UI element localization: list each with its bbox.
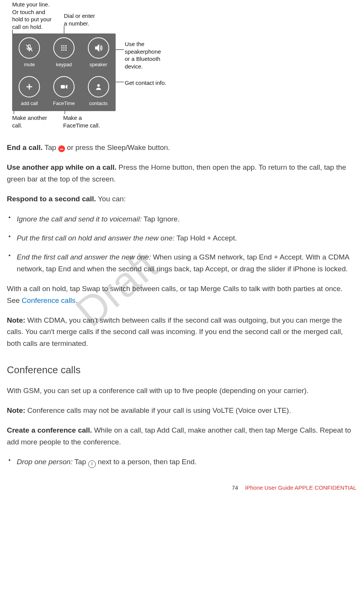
- speaker-button[interactable]: speaker: [81, 33, 116, 72]
- svg-marker-12: [95, 45, 99, 51]
- svg-rect-15: [61, 85, 65, 88]
- video-icon: [53, 76, 75, 97]
- svg-point-4: [63, 45, 65, 46]
- contacts-label: contacts: [89, 100, 107, 108]
- svg-point-8: [65, 47, 67, 49]
- callout-facetime: Make a FaceTime call.: [63, 114, 109, 129]
- person-icon: [88, 76, 109, 97]
- footer-text: iPhone User Guide APPLE CONFIDENTIAL: [245, 484, 356, 491]
- use-another-app-paragraph: Use another app while on a call. Press t…: [7, 162, 356, 185]
- end-call-icon: [58, 145, 65, 152]
- facetime-label: FaceTime: [53, 100, 75, 108]
- conference-intro-paragraph: With GSM, you can set up a conference ca…: [7, 385, 356, 396]
- svg-point-17: [97, 84, 100, 87]
- callout-mute: Mute your line. Or touch and hold to put…: [12, 1, 62, 30]
- respond-second-call-paragraph: Respond to a second call. You can:: [7, 193, 356, 205]
- svg-point-3: [61, 45, 63, 46]
- callout-keypad: Dial or enter a number.: [64, 12, 110, 27]
- conference-calls-link[interactable]: Conference calls: [22, 296, 76, 304]
- callout-contacts: Get contact info.: [125, 79, 178, 87]
- facetime-button[interactable]: FaceTime: [47, 72, 81, 111]
- svg-point-11: [65, 49, 67, 51]
- respond-options-list: Ignore the call and send it to voicemail…: [7, 213, 356, 275]
- conference-calls-heading: Conference calls: [7, 362, 356, 378]
- callout-speaker: Use the speakerphone or a Bluetooth devi…: [125, 40, 170, 70]
- mute-label: mute: [24, 61, 35, 69]
- addcall-button[interactable]: add call: [12, 72, 47, 111]
- addcall-label: add call: [21, 100, 38, 108]
- keypad-button[interactable]: keypad: [47, 33, 81, 72]
- page-content: Draft Mute your line. Or touch and hold …: [7, 0, 356, 492]
- create-conference-paragraph: Create a conference call. While on a cal…: [7, 425, 356, 448]
- page-number: 74: [232, 484, 238, 491]
- svg-point-5: [65, 45, 67, 46]
- svg-point-7: [63, 47, 65, 49]
- list-item: Ignore the call and send it to voicemail…: [17, 213, 356, 225]
- list-item: Put the first call on hold and answer th…: [17, 232, 356, 244]
- mute-icon: [19, 37, 40, 59]
- end-call-heading: End a call.: [7, 143, 43, 151]
- end-call-paragraph: End a call. Tap or press the Sleep/Wake …: [7, 142, 356, 153]
- info-icon: i: [88, 460, 96, 468]
- call-options-figure: Mute your line. Or touch and hold to put…: [7, 0, 356, 131]
- page-footer: 74 iPhone User Guide APPLE CONFIDENTIAL: [7, 483, 356, 492]
- list-item: Drop one person: Tap i next to a person,…: [17, 456, 356, 468]
- conference-options-list: Drop one person: Tap i next to a person,…: [7, 456, 356, 468]
- mute-button[interactable]: mute: [12, 33, 47, 72]
- speaker-label: speaker: [90, 61, 107, 69]
- keypad-label: keypad: [56, 61, 72, 69]
- svg-point-9: [61, 49, 63, 51]
- call-panel: mute keypad speaker add call: [12, 33, 116, 111]
- contacts-button[interactable]: contacts: [81, 72, 116, 111]
- svg-point-10: [63, 49, 65, 51]
- speaker-icon: [88, 37, 109, 59]
- plus-icon: [19, 76, 40, 97]
- svg-marker-16: [66, 84, 68, 89]
- list-item: End the first call and answer the new on…: [17, 252, 356, 275]
- volte-note-paragraph: Note: Conference calls may not be availa…: [7, 405, 356, 416]
- cdma-note-paragraph: Note: With CDMA, you can't switch betwee…: [7, 315, 356, 349]
- callout-addcall: Make another call.: [12, 114, 58, 129]
- keypad-icon: [53, 37, 75, 59]
- svg-point-6: [61, 47, 63, 49]
- swap-merge-paragraph: With a call on hold, tap Swap to switch …: [7, 283, 356, 306]
